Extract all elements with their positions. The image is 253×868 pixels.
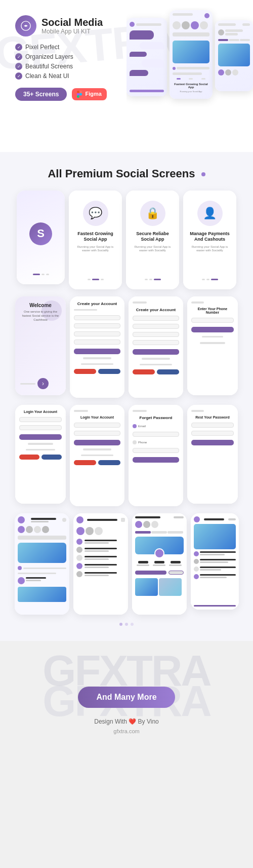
premium-section: All Premium Social Screens S 💬 [0,152,253,641]
feed-menu[interactable] [62,518,66,522]
password-input[interactable] [74,331,120,336]
register-button-2[interactable] [133,349,179,355]
brand-title: Social Media [41,17,103,28]
profile-screen-card [132,513,187,615]
lock-icon-circle: 🔒 [140,201,165,226]
create-account-title1: Create your Account [74,301,120,306]
verification-button[interactable] [191,327,234,332]
login-email-1[interactable] [19,417,62,422]
register-button[interactable] [74,349,120,354]
new-pass-input[interactable] [191,423,234,428]
login-email-2[interactable] [74,423,120,428]
deco-circle [41,300,62,321]
notification-screen-card [73,513,128,615]
more-section: GFXTRA GFXTRA And Many More Design With … [0,641,253,744]
forgot-phone[interactable] [133,448,179,453]
signin-link[interactable] [83,357,111,359]
login-pass-2[interactable] [74,431,120,436]
hero-phone-3 [215,20,253,91]
confirm-input[interactable] [74,339,120,345]
heart-icon: ❤️ [129,718,138,725]
reset-button[interactable] [191,440,234,445]
signup-link-2[interactable] [83,448,111,450]
figma-badge: Figma [72,88,106,100]
confirm-input-2[interactable] [133,340,179,345]
onboard-chat-screen: 💬 Fastest Growing Social App Running you… [69,191,122,289]
reset-password-screen: Rest Your Password [187,405,238,504]
person-icon-circle: 👤 [197,201,223,226]
brand-subtitle: Mobile App UI KIT [41,28,103,35]
onboard-lock-desc: Running your Social App is easier with S… [131,245,174,253]
hero-section: GFXTRA Social Media Mobile App UI KIT ✓P… [0,0,253,152]
onboard-chat-desc: Running your Social App is easier with S… [74,245,117,253]
phone-input[interactable] [191,318,234,323]
create-account-screen1: Create your Account [70,296,124,398]
login-title2: Login Your Account [74,416,120,419]
onboard-logo-screen: S [17,191,65,284]
section-title: All Premium Social Screens [10,167,243,180]
feed-sub [31,521,49,522]
facebook-button-2[interactable] [157,369,179,374]
chat-screen-card [191,513,239,610]
google-login-2[interactable] [74,460,96,465]
skip-link[interactable] [200,342,225,344]
login-button-1[interactable] [19,434,62,440]
create-account-title2: Create your Account [133,308,179,312]
google-button[interactable] [74,369,96,374]
signup-link-1[interactable] [28,443,53,445]
check-icon: ✓ [15,63,22,70]
onboard-person-title: Manage Payments And Cashouts [188,231,231,242]
facebook-login-2[interactable] [98,460,120,465]
google-login-1[interactable] [19,455,39,460]
svg-point-4 [79,93,82,96]
onboard-lock-title: Secure Reliabe Social App [131,231,174,242]
password-input-2[interactable] [133,332,179,337]
google-button-2[interactable] [133,369,155,374]
name-input[interactable] [74,315,120,320]
svg-rect-3 [77,93,79,96]
social-screens-row [10,513,243,615]
onboard-lock-screen: 🔒 Secure Reliabe Social App Running your… [126,191,179,289]
next-button[interactable] [133,457,179,463]
check-icon: ✓ [15,72,22,80]
signin-link-2[interactable] [142,358,170,360]
brand-name: Social Media Mobile App UI KIT [41,17,103,35]
login-button-2[interactable] [74,440,120,445]
chat-icon-circle: 💬 [83,201,108,226]
welcome-arrow[interactable]: › [37,378,49,389]
name-input-2[interactable] [133,316,179,321]
screens-badge[interactable]: 35+ Screens [15,88,67,101]
email-input[interactable] [74,323,120,328]
onboard-person-screen: 👤 Manage Payments And Cashouts Running y… [183,191,236,289]
facebook-button[interactable] [98,369,120,374]
and-many-more-button[interactable]: And Many More [78,687,175,708]
create-account-screen2: Create your Account [129,296,183,398]
reset-title: Rest Your Password [191,416,234,419]
phone-title: Enter Your Phone Number [191,307,234,314]
login-title1: Login Your Account [19,410,62,413]
svg-rect-2 [79,91,82,93]
logo-icon [15,15,36,36]
login-screen2: Login Your Account [70,405,124,506]
hero-mockups: Fastest Growing Social App Running your … [126,8,253,149]
onboard-chat-title: Fastest Growing Social App [74,231,117,242]
forgot-password-screen: Forget Password Email Phone [129,405,183,506]
svg-rect-5 [77,95,79,98]
confirm-pass-input[interactable] [191,431,234,436]
login-screen1: Login Your Account [15,405,66,504]
feed-screen-card [15,513,69,615]
facebook-login-1[interactable] [41,455,62,460]
forgot-title: Forget Password [133,416,179,420]
forgot-email[interactable] [133,432,179,437]
phone-screen-card: Enter Your Phone Number [187,296,238,395]
check-icon: ✓ [15,44,22,51]
hero-phone-1 [126,18,167,96]
onboarding-screens-row: S 💬 Fastest Growing Social App Running y… [10,191,243,289]
svg-rect-1 [77,91,79,93]
auth-screens-row1: Welcome One service to giving the fastes… [10,296,243,398]
email-input-2[interactable] [133,324,179,329]
login-pass-1[interactable] [19,425,62,430]
auth-screens-row2: Login Your Account Login Your Account [10,405,243,506]
feed-name [31,518,56,520]
hero-phone-2: Fastest Growing Social App Running your … [170,10,213,99]
